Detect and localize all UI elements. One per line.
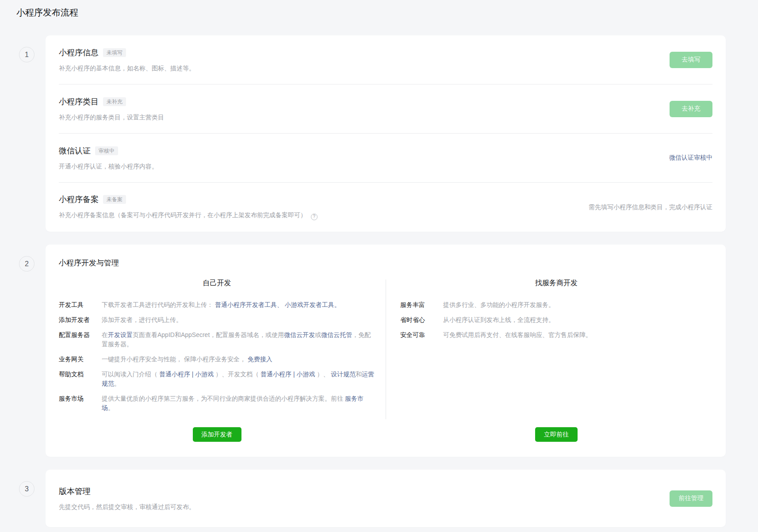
row-title: 小程序信息 (59, 47, 99, 58)
page-title: 小程序发布流程 (0, 0, 758, 19)
row-desc: 先提交代码，然后提交审核，审核通过后可发布。 (59, 502, 195, 511)
publish-steps: 1 小程序信息 未填写 补充小程序的基本信息，如名称、图标、描述等。 去填写 小… (0, 35, 758, 527)
link-dev-settings[interactable]: 开发设置 (108, 331, 133, 338)
def-text: 一键提升小程序安全与性能， 保障小程序业务安全， (102, 356, 248, 363)
def-row-business-gateway: 业务网关 一键提升小程序安全与性能， 保障小程序业务安全， 免费接入 (59, 355, 375, 364)
def-row-save-time: 省时省心 从小程序认证到发布上线，全流程支持。 (400, 315, 712, 325)
vendor-dev-actions: 立即前往 (400, 418, 712, 442)
row-desc: 补充小程序的服务类目，设置主营类目 (59, 113, 164, 122)
row-title: 小程序类目 (59, 96, 99, 107)
step-2: 2 小程序开发与管理 自己开发 开发工具 下载开发者工具进行代码的开发和上传： … (0, 245, 758, 457)
status-badge: 审核中 (95, 146, 118, 155)
column-divider (386, 279, 386, 419)
def-period: 。 (334, 301, 341, 308)
def-text: ）、 (315, 371, 331, 378)
def-row-dev-tools: 开发工具 下载开发者工具进行代码的开发和上传： 普通小程序开发者工具、 小游戏开… (59, 300, 375, 310)
status-badge: 未备案 (103, 195, 126, 204)
link-intro-minigame[interactable]: 小游戏 (195, 371, 214, 378)
def-term: 省时省心 (400, 315, 443, 325)
help-icon[interactable]: ? (311, 214, 318, 220)
vendor-dev-header: 找服务商开发 (400, 279, 712, 288)
dev-columns: 自己开发 开发工具 下载开发者工具进行代码的开发和上传： 普通小程序开发者工具、… (59, 279, 712, 442)
link-docs-miniprogram[interactable]: 普通小程序 (260, 371, 291, 378)
def-text: 页面查看AppID和AppSecret，配置服务器域名，或使用 (133, 331, 284, 338)
def-row-add-developer: 添加开发者 添加开发者，进行代码上传。 (59, 315, 375, 325)
link-docs-minigame[interactable]: 小游戏 (297, 371, 315, 378)
step-2-indicator: 2 (0, 245, 46, 457)
def-desc: 在开发设置页面查看AppID和AppSecret，配置服务器域名，或使用微信云开… (102, 330, 375, 349)
column-vendor-dev: 找服务商开发 服务丰富 提供多行业、多功能的小程序开发服务。 省时省心 从小程序… (386, 279, 712, 442)
row-miniprogram-info: 小程序信息 未填写 补充小程序的基本信息，如名称、图标、描述等。 去填写 (59, 35, 712, 84)
self-dev-header: 自己开发 (59, 279, 375, 288)
def-term: 配置服务器 (59, 330, 102, 349)
status-badge: 未填写 (103, 48, 126, 57)
link-wechat-cloud-dev[interactable]: 微信云开发 (284, 331, 315, 338)
def-desc: 下载开发者工具进行代码的开发和上传： 普通小程序开发者工具、 小游戏开发者工具。 (102, 300, 375, 310)
step-1-card: 小程序信息 未填写 补充小程序的基本信息，如名称、图标、描述等。 去填写 小程序… (46, 35, 726, 232)
def-separator: 、 (277, 301, 285, 308)
go-manage-button[interactable]: 前往管理 (670, 490, 712, 507)
step-3: 3 版本管理 先提交代码，然后提交审核，审核通过后可发布。 前往管理 (0, 470, 758, 527)
link-minigame-devtool[interactable]: 小游戏开发者工具 (285, 301, 334, 308)
self-dev-list: 开发工具 下载开发者工具进行代码的开发和上传： 普通小程序开发者工具、 小游戏开… (59, 300, 375, 418)
row-version-management: 版本管理 先提交代码，然后提交审核，审核通过后可发布。 (59, 486, 195, 511)
go-fill-button[interactable]: 去填写 (670, 52, 712, 68)
self-dev-actions: 添加开发者 (59, 418, 375, 442)
def-text: 或 (315, 331, 321, 338)
def-row-rich-services: 服务丰富 提供多行业、多功能的小程序开发服务。 (400, 300, 712, 310)
def-desc: 一键提升小程序安全与性能， 保障小程序业务安全， 免费接入 (102, 355, 375, 364)
row-main: 小程序信息 未填写 补充小程序的基本信息，如名称、图标、描述等。 (59, 47, 195, 73)
step-2-number: 2 (19, 256, 34, 272)
def-separator: | (190, 371, 195, 378)
row-desc: 补充小程序的基本信息，如名称、图标、描述等。 (59, 64, 195, 73)
def-text: 下载开发者工具进行代码的开发和上传： (102, 301, 215, 308)
row-main: 微信认证 审核中 开通小程序认证，核验小程序内容。 (59, 145, 158, 171)
step-1: 1 小程序信息 未填写 补充小程序的基本信息，如名称、图标、描述等。 去填写 小… (0, 35, 758, 232)
def-term: 服务丰富 (400, 300, 443, 310)
def-desc: 提供多行业、多功能的小程序开发服务。 (443, 300, 712, 310)
row-main: 小程序备案 未备案 补充小程序备案信息（备案可与小程序代码开发并行，在小程序上架… (59, 194, 318, 220)
def-term: 业务网关 (59, 355, 102, 364)
def-row-safe-reliable: 安全可靠 可免费试用后再支付、在线客服响应、官方售后保障。 (400, 330, 712, 340)
add-developer-button[interactable]: 添加开发者 (193, 427, 241, 442)
def-desc: 可免费试用后再支付、在线客服响应、官方售后保障。 (443, 330, 712, 340)
step-3-number: 3 (19, 481, 34, 497)
step-1-number: 1 (19, 47, 34, 62)
row-desc-text: 补充小程序备案信息（备案可与小程序代码开发并行，在小程序上架发布前完成备案即可） (59, 211, 306, 218)
row-miniprogram-filing: 小程序备案 未备案 补充小程序备案信息（备案可与小程序代码开发并行，在小程序上架… (59, 183, 712, 232)
def-term: 安全可靠 (400, 330, 443, 340)
def-text: 在 (102, 331, 108, 338)
def-term: 开发工具 (59, 300, 102, 310)
vendor-dev-list: 服务丰富 提供多行业、多功能的小程序开发服务。 省时省心 从小程序认证到发布上线… (400, 300, 712, 345)
def-term: 帮助文档 (59, 370, 102, 388)
def-row-help-docs: 帮助文档 可以阅读入门介绍（ 普通小程序 | 小游戏 ）、开发文档（ 普通小程序… (59, 370, 375, 388)
step-3-indicator: 3 (0, 470, 46, 527)
row-title: 小程序备案 (59, 194, 99, 205)
link-intro-miniprogram[interactable]: 普通小程序 (159, 371, 190, 378)
link-wechat-cloud-hosting[interactable]: 微信云托管 (321, 331, 352, 338)
link-miniprogram-devtool[interactable]: 普通小程序开发者工具 (215, 301, 277, 308)
status-badge: 未补充 (103, 97, 126, 106)
def-text: ）、开发文档（ (214, 371, 260, 378)
def-desc: 可以阅读入门介绍（ 普通小程序 | 小游戏 ）、开发文档（ 普通小程序 | 小游… (102, 370, 375, 388)
def-desc: 提供大量优质的小程序第三方服务，为不同行业的商家提供合适的小程序解决方案。前往 … (102, 394, 375, 413)
def-desc: 添加开发者，进行代码上传。 (102, 315, 375, 325)
column-self-dev: 自己开发 开发工具 下载开发者工具进行代码的开发和上传： 普通小程序开发者工具、… (59, 279, 386, 442)
def-separator: | (291, 371, 296, 378)
row-title: 微信认证 (59, 145, 91, 156)
go-supplement-button[interactable]: 去补充 (670, 101, 712, 117)
row-main: 小程序类目 未补充 补充小程序的服务类目，设置主营类目 (59, 96, 164, 122)
def-row-configure-server: 配置服务器 在开发设置页面查看AppID和AppSecret，配置服务器域名，或… (59, 330, 375, 349)
def-text: 可以阅读入门介绍（ (102, 371, 159, 378)
def-text: 。 (108, 404, 114, 411)
def-desc: 从小程序认证到发布上线，全流程支持。 (443, 315, 712, 325)
wechat-verification-status-link[interactable]: 微信认证审核中 (669, 154, 712, 162)
def-text: 提供大量优质的小程序第三方服务，为不同行业的商家提供合适的小程序解决方案。前往 (102, 395, 345, 402)
filing-prerequisite-note: 需先填写小程序信息和类目，完成小程序认证 (589, 203, 712, 211)
step-1-indicator: 1 (0, 35, 46, 232)
link-free-access[interactable]: 免费接入 (248, 356, 272, 363)
go-now-button[interactable]: 立即前往 (535, 427, 578, 442)
link-design-guidelines[interactable]: 设计规范 (331, 371, 356, 378)
row-desc: 开通小程序认证，核验小程序内容。 (59, 162, 158, 171)
row-miniprogram-category: 小程序类目 未补充 补充小程序的服务类目，设置主营类目 去补充 (59, 84, 712, 134)
